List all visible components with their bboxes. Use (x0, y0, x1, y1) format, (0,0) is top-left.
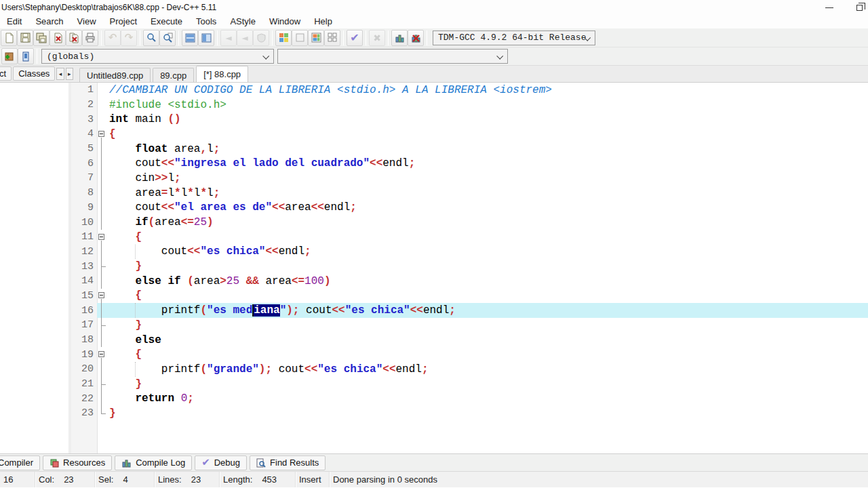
fold-margin[interactable] (97, 230, 107, 245)
code-text: { (107, 230, 868, 245)
report-tab-debug[interactable]: ✔Debug (195, 455, 247, 470)
print-button[interactable] (82, 30, 98, 46)
window-controls (825, 0, 863, 15)
toolbar-separator (366, 30, 366, 45)
menu-project[interactable]: Project (103, 16, 144, 28)
line-number: 11 (71, 230, 97, 245)
editor-tab-untitled89-cpp[interactable]: Untitled89.cpp (79, 68, 151, 82)
editor-tab-strip: Untitled89.cpp89.cpp[*] 88.cpp (79, 66, 250, 82)
code-text: if(area<=25) (107, 215, 868, 230)
fold-margin (97, 303, 107, 318)
compile-icon (279, 33, 289, 43)
profile-analysis-button[interactable] (391, 30, 408, 46)
new-file-button[interactable] (1, 30, 17, 46)
fold-collapse-icon[interactable] (98, 131, 104, 137)
members-combo[interactable] (277, 49, 508, 64)
editor-line: 23} (71, 406, 868, 421)
compile-button[interactable] (275, 30, 292, 46)
window-title: Users\Stephany\Desktop\trabajos6K\88.cpp… (0, 3, 216, 12)
fold-end-icon (101, 325, 106, 326)
redo-icon: ↷ (125, 33, 134, 43)
restore-icon[interactable] (856, 5, 863, 11)
fold-margin[interactable] (97, 347, 107, 362)
toolbar-separator (427, 30, 427, 45)
fold-collapse-icon[interactable] (98, 351, 104, 357)
save-all-button[interactable] (33, 30, 50, 46)
fold-line (101, 245, 102, 260)
report-tab-label: Compile Log (136, 458, 185, 468)
editor-tab--88-cpp[interactable]: [*] 88.cpp (196, 66, 248, 82)
status-value: 23 (191, 474, 201, 485)
status-label: Sel: (98, 474, 113, 485)
replace-button[interactable] (159, 30, 176, 46)
rebuild-all-button[interactable] (324, 30, 340, 46)
undo-icon: ↶ (108, 33, 117, 43)
report-tab-compile-log[interactable]: Compile Log (115, 455, 192, 470)
chevron-down-icon (262, 53, 269, 60)
compile-and-run-button[interactable] (308, 30, 324, 46)
report-tab-label: Debug (214, 458, 240, 468)
menu-view[interactable]: View (71, 16, 103, 28)
fold-margin (97, 259, 107, 274)
redo-button: ↷ (121, 30, 137, 46)
sidebar-tab-classes[interactable]: Classes (13, 66, 55, 81)
toggle-bookmark-icon (22, 52, 30, 62)
main-area: 1//CAMBIAR UN CODIGO DE LA LIBRERIA <std… (0, 83, 868, 453)
line-number: 23 (71, 406, 97, 421)
fold-collapse-icon[interactable] (98, 292, 104, 298)
editor-line: 2#include <stdio.h> (71, 98, 868, 113)
fold-margin (97, 245, 107, 260)
scroll-right-icon[interactable]: ▸ (66, 68, 73, 80)
project-browser-panel[interactable] (0, 83, 71, 453)
run-button[interactable] (292, 30, 308, 46)
editor-line: 20 printf("grande"); cout<<"es chica"<<e… (71, 362, 868, 377)
menu-help[interactable]: Help (307, 16, 339, 28)
report-tab-find-results[interactable]: Find Results (250, 455, 326, 470)
fold-margin[interactable] (97, 127, 107, 142)
report-tab-resources[interactable]: Resources (43, 455, 112, 470)
line-number: 16 (71, 303, 97, 318)
line-number: 7 (71, 171, 97, 186)
editor-line: 14 else if (area>25 && area<=100) (71, 274, 868, 289)
fold-line (101, 274, 102, 289)
menu-window[interactable]: Window (262, 16, 307, 28)
delete-profiling-icon (411, 33, 421, 43)
line-number: 6 (71, 156, 97, 171)
menu-edit[interactable]: Edit (0, 16, 28, 28)
sidebar-tab-project[interactable]: ct (0, 66, 12, 81)
close-all-button[interactable] (66, 30, 82, 46)
code-editor[interactable]: 1//CAMBIAR UN CODIGO DE LA LIBRERIA <std… (71, 83, 868, 453)
editor-tab-89-cpp[interactable]: 89.cpp (153, 68, 194, 82)
close-file-button[interactable] (50, 30, 66, 46)
delete-profiling-button[interactable] (408, 30, 424, 46)
replace-icon (163, 33, 173, 43)
editor-line: 13 } (71, 259, 868, 274)
editor-line: 21 } (71, 377, 868, 392)
menu-execute[interactable]: Execute (144, 16, 189, 28)
fold-margin[interactable] (97, 289, 107, 304)
save-button[interactable] (17, 30, 33, 46)
title-bar: Users\Stephany\Desktop\trabajos6K\88.cpp… (0, 0, 868, 15)
line-number: 12 (71, 245, 97, 260)
find-button[interactable] (143, 30, 159, 46)
toggle-project-browser-button[interactable] (182, 30, 198, 46)
toggle-bookmark-button[interactable] (18, 48, 34, 64)
editor-line-current: 16 printf("es mediana"); cout<<"es chica… (71, 303, 868, 318)
menu-search[interactable]: Search (28, 16, 70, 28)
code-text: else if (area>25 && area<=100) (107, 274, 868, 289)
syntax-check-button[interactable]: ✔ (347, 30, 363, 46)
compiler-profile-combo[interactable]: TDM-GCC 4.9.2 64-bit Release (433, 30, 595, 45)
toggle-report-window-button[interactable] (198, 30, 214, 46)
scroll-left-icon[interactable]: ◂ (56, 68, 64, 80)
fold-margin (97, 318, 107, 333)
debug-icon: ✔ (201, 458, 210, 468)
minimize-icon[interactable] (825, 7, 833, 8)
menu-tools[interactable]: Tools (189, 16, 223, 28)
fold-collapse-icon[interactable] (98, 234, 104, 240)
fold-margin (97, 142, 107, 157)
status-bar: 16Col:23Sel:4Lines:23Length:453InsertDon… (0, 471, 868, 487)
menu-astyle[interactable]: AStyle (223, 16, 262, 28)
globals-combo[interactable]: (globals) (41, 49, 274, 64)
insert-snippet-button[interactable] (1, 48, 18, 64)
report-tab-compiler[interactable]: Compiler (0, 455, 40, 470)
